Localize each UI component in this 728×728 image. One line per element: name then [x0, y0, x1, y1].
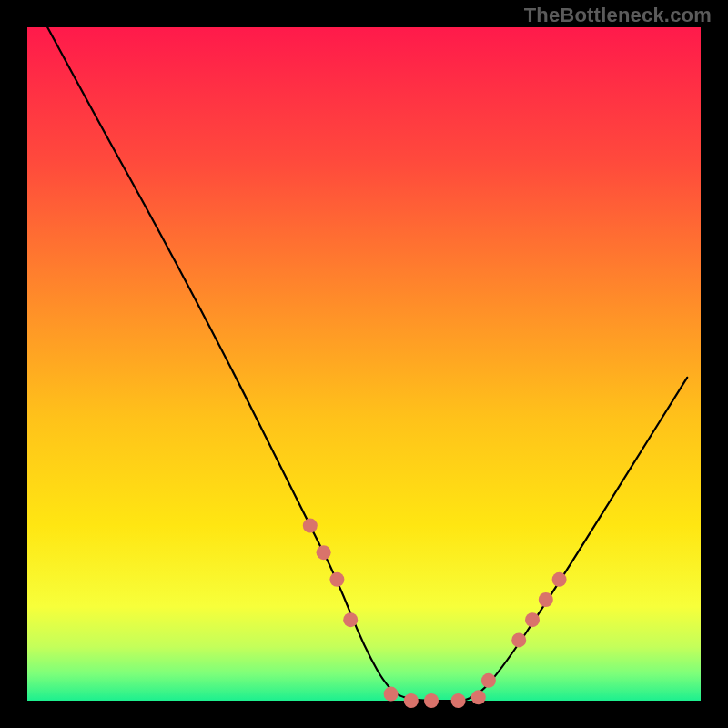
curve-marker: [471, 690, 486, 704]
watermark-text: TheBottleneck.com: [524, 4, 712, 27]
curve-marker: [552, 572, 567, 587]
curve-marker: [424, 693, 439, 708]
curve-marker: [525, 612, 540, 627]
curve-marker: [317, 545, 331, 560]
curve-marker: [451, 693, 466, 708]
curve-marker: [481, 673, 496, 688]
curve-marker: [404, 693, 419, 708]
curve-marker: [511, 632, 526, 647]
plot-background: [27, 27, 701, 701]
chart-stage: TheBottleneck.com: [0, 0, 728, 728]
bottleneck-chart: [0, 0, 728, 728]
curve-marker: [303, 519, 318, 533]
curve-marker: [384, 687, 399, 702]
curve-marker: [539, 592, 553, 607]
curve-marker: [343, 612, 358, 627]
curve-marker: [329, 572, 344, 587]
